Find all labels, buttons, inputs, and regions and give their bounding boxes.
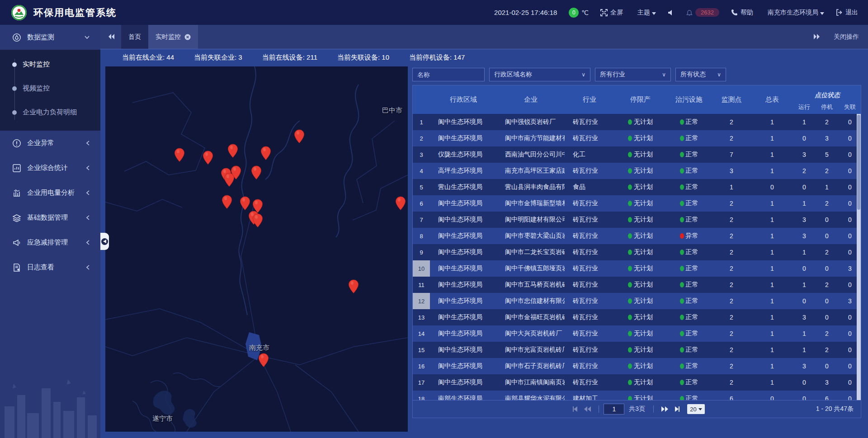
map-pin-icon[interactable] [174, 148, 185, 162]
map-pin-icon[interactable] [222, 195, 232, 209]
prev-page-button[interactable] [584, 406, 591, 412]
map-pin-icon[interactable] [258, 353, 269, 367]
cell-industry: 建材加工 [565, 391, 614, 400]
cell-monitor-count: 7 [712, 146, 751, 163]
industry-select[interactable]: 所有行业 ∨ [595, 68, 671, 81]
status-dot-icon [628, 201, 632, 206]
column-header-3: 停限产 [614, 85, 666, 114]
table-row[interactable]: 15阆中生态环境局阆中市光富页岩机砖厂砖瓦行业无计划正常21120 [413, 342, 861, 358]
column-header-5: 监测点 [712, 85, 751, 114]
page-number-input[interactable] [604, 404, 624, 414]
chevron-down-icon [820, 9, 824, 16]
name-filter-field[interactable] [412, 68, 485, 81]
table-row[interactable]: 9阆中生态环境局阆中市二龙长宝页岩砖砖瓦行业无计划正常21120 [413, 244, 861, 260]
cell-run-count: 1 [793, 277, 816, 293]
cell-monitor-count: 2 [712, 260, 751, 277]
sidebar-item-label: 企业综合统计 [27, 164, 68, 172]
page-title: 环保用电监管系统 [33, 6, 117, 19]
cell-meter-count: 0 [751, 179, 793, 195]
cell-industry: 化工 [565, 146, 614, 163]
table-row[interactable]: 12阆中生态环境局阆中市忠信建材有限公砖瓦行业无计划正常21003 [413, 293, 861, 309]
sidebar-item-3[interactable]: 企业用电量分析 [0, 180, 100, 205]
cell-stop-count: 1 [816, 179, 838, 195]
table-row[interactable]: 8阆中生态环境局阆中市枣碧大梁山页岩砖瓦行业无计划异常21300 [413, 228, 861, 244]
pagination-bar: 共3页 20 1 - 20 共47条 [413, 400, 861, 418]
sidebar-item-4[interactable]: 基础数据管理 [0, 205, 100, 230]
status-dot-icon [680, 331, 684, 336]
table-row[interactable]: 3仪陇生态环境局西南油气田分公司川中化工无计划正常71350 [413, 146, 861, 163]
map-pin-icon[interactable] [231, 165, 241, 180]
map-pin-icon[interactable] [252, 213, 263, 228]
status-select[interactable]: 所有状态 ∨ [675, 68, 726, 81]
table-scrollbar[interactable] [857, 114, 861, 400]
tabs-scroll-left-button[interactable] [108, 33, 115, 41]
logout-button[interactable]: 退出 [836, 9, 858, 17]
tab-home[interactable]: 首页 [121, 25, 148, 49]
page-size-select[interactable]: 20 [687, 404, 704, 414]
first-page-button[interactable] [572, 406, 578, 412]
sidebar-collapse-handle[interactable] [100, 233, 109, 250]
sidebar-subitem-0-2[interactable]: 企业电力负荷明细 [0, 100, 100, 124]
status-dot-icon [680, 168, 684, 174]
cell-region: 阆中生态环境局 [430, 260, 497, 277]
sidebar-item-1[interactable]: 企业异常 [0, 131, 100, 155]
last-page-button[interactable] [675, 406, 680, 412]
status-dot-icon [680, 250, 684, 255]
bell-icon [686, 9, 693, 16]
map-pin-icon[interactable] [251, 165, 262, 180]
map-pin-icon[interactable] [227, 144, 238, 158]
sidebar-item-label: 基础数据管理 [27, 213, 68, 222]
cell-region: 阆中生态环境局 [430, 228, 497, 244]
table-row[interactable]: 1阆中生态环境局阆中强锐页岩砖厂砖瓦行业无计划正常21120 [413, 114, 861, 130]
sidebar-subitem-0-0[interactable]: 实时监控 [0, 52, 100, 76]
temperature-unit: ℃ [581, 9, 589, 16]
sidebar-item-2[interactable]: 企业综合统计 [0, 155, 100, 180]
notifications[interactable]: 2632 [686, 8, 719, 17]
table-row[interactable]: 11阆中生态环境局阆中市五马桥页岩机砖砖瓦行业无计划正常21120 [413, 277, 861, 293]
status-dot-icon [628, 298, 632, 304]
fullscreen-button[interactable]: 全屏 [600, 9, 623, 17]
scrollbar-thumb[interactable] [857, 115, 860, 210]
table-row[interactable]: 4高坪生态环境局南充市高坪区王家店建砖瓦行业无计划正常31220 [413, 163, 861, 179]
sidebar-item-0[interactable]: 数据监测 [0, 25, 100, 50]
next-page-button[interactable] [661, 406, 668, 412]
map-pin-icon[interactable] [348, 279, 359, 294]
help-button[interactable]: 帮助 [731, 9, 753, 17]
tabs-scroll-right-button[interactable] [814, 33, 820, 41]
cell-company: 阆中市忠信建材有限公 [497, 293, 565, 309]
table-row[interactable]: 6阆中生态环境局阆中市金博瑞新型墙材砖瓦行业无计划正常21120 [413, 195, 861, 212]
theme-menu[interactable]: 主题 [635, 9, 656, 17]
table-row[interactable]: 14阆中生态环境局阆中大兴页岩机砖厂砖瓦行业无计划正常21120 [413, 325, 861, 342]
sidebar-subitem-0-1[interactable]: 视频监控 [0, 76, 100, 100]
tab-close-icon[interactable] [184, 34, 191, 40]
sound-toggle[interactable] [668, 9, 675, 16]
table-row[interactable]: 18南部生态环境局南部县耀华水泥有限公建材加工无计划正常60060 [413, 391, 861, 400]
name-filter-input[interactable] [417, 71, 480, 78]
status-dot-icon [680, 363, 684, 369]
cell-industry: 砖瓦行业 [565, 244, 614, 260]
map-pin-icon[interactable] [240, 196, 250, 211]
table-row[interactable]: 17阆中生态环境局阆中市江南镇阆南页岩砖瓦行业无计划正常21030 [413, 374, 861, 391]
table-row[interactable]: 5营山生态环境局营山县润丰肉食品有限食品无计划正常10010 [413, 179, 861, 195]
cell-monitor-count: 2 [712, 358, 751, 374]
table-row[interactable]: 13阆中生态环境局阆中市金福旺页岩机砖砖瓦行业无计划正常21300 [413, 309, 861, 325]
sidebar-item-5[interactable]: 应急减排管理 [0, 230, 100, 255]
org-menu[interactable]: 南充市生态环境局 [765, 9, 824, 17]
map-panel[interactable]: 巴中市南充市遂宁市 [105, 66, 408, 432]
table-row[interactable]: 16阆中生态环境局阆中市石子页岩机砖厂砖瓦行业无计划正常21300 [413, 358, 861, 374]
map-pin-icon[interactable] [203, 151, 213, 165]
map-pin-icon[interactable] [395, 196, 406, 211]
table-row[interactable]: 10阆中生态环境局阆中千佛镇五郎垭页岩砖瓦行业无计划正常21003 [413, 260, 861, 277]
tab-realtime-monitor[interactable]: 实时监控 [148, 25, 198, 49]
close-operations-button[interactable]: 关闭操作 [834, 33, 859, 41]
status-dot-icon [680, 282, 684, 287]
table-row[interactable]: 7阆中生态环境局阆中明阳建材有限公司砖瓦行业无计划正常21300 [413, 212, 861, 228]
table-row[interactable]: 2阆中生态环境局阆中市南方节能建材有砖瓦行业无计划正常21030 [413, 130, 861, 146]
sidebar-item-6[interactable]: 日志查看 [0, 255, 100, 280]
cell-region: 阆中生态环境局 [430, 293, 497, 309]
cell-region: 阆中生态环境局 [430, 195, 497, 212]
region-select[interactable]: 行政区域名称 ∨ [489, 68, 590, 81]
map-pin-icon[interactable] [260, 146, 271, 160]
chevron-left-icon [86, 240, 90, 245]
map-pin-icon[interactable] [294, 129, 305, 144]
